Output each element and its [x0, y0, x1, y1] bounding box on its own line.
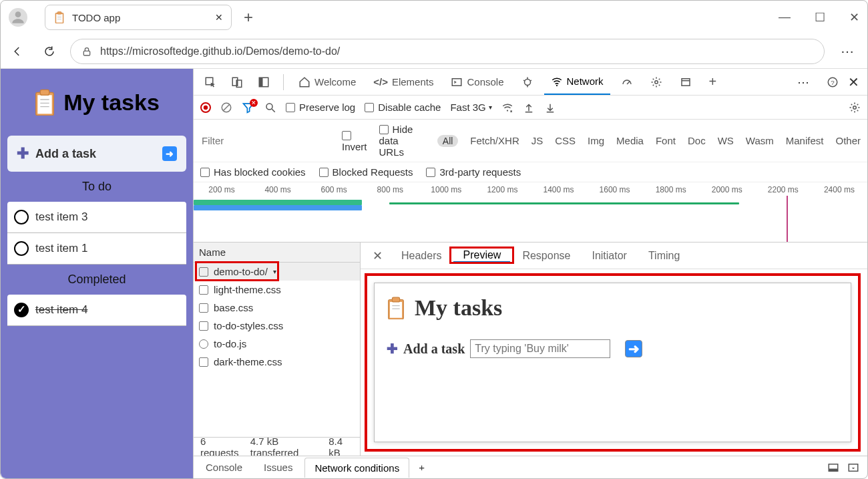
window-icon	[680, 76, 692, 88]
app-pane: My tasks ✚ Add a task ➜ To do test item …	[1, 69, 193, 478]
add-task-box[interactable]: ✚ Add a task ➜	[7, 136, 186, 172]
close-window-button[interactable]: ✕	[849, 10, 859, 25]
task-item-completed[interactable]: test item 4	[7, 295, 186, 326]
filter-type[interactable]: CSS	[555, 135, 576, 146]
dock-icon[interactable]	[252, 71, 275, 94]
drawer-tab-network-conditions[interactable]: Network conditions	[304, 458, 409, 478]
request-row[interactable]: light-theme.css	[194, 281, 360, 299]
gauge-icon	[621, 76, 633, 88]
tab-console[interactable]: Console	[444, 69, 510, 95]
preview-add-input[interactable]	[470, 339, 610, 358]
tab-sources[interactable]	[515, 69, 540, 95]
address-bar[interactable]: https://microsoftedge.github.io/Demos/de…	[70, 39, 825, 64]
tab-response[interactable]: Response	[513, 243, 580, 269]
settings-button[interactable]	[849, 102, 861, 114]
third-party-checkbox[interactable]: 3rd-party requests	[426, 166, 521, 178]
blocked-requests-checkbox[interactable]: Blocked Requests	[319, 166, 413, 178]
device-icon[interactable]	[226, 71, 248, 94]
tab-network[interactable]: Network	[544, 69, 610, 95]
tab-timing[interactable]: Timing	[639, 243, 689, 269]
filter-button[interactable]: ✕	[242, 102, 255, 114]
tab-add[interactable]: +	[702, 69, 724, 95]
new-tab-button[interactable]: +	[244, 8, 253, 27]
network-conditions-icon[interactable]	[501, 102, 513, 114]
filter-type[interactable]: WS	[718, 135, 734, 146]
drawer-tab-issues[interactable]: Issues	[254, 458, 302, 477]
tab-preview[interactable]: Preview	[453, 249, 510, 263]
plus-icon: +	[709, 74, 717, 90]
drawer-tabs: Console Issues Network conditions +	[194, 456, 867, 478]
maximize-button[interactable]: ☐	[815, 10, 825, 25]
filter-type[interactable]: Img	[588, 135, 604, 146]
app-header: My tasks	[7, 75, 186, 129]
svg-text:?: ?	[831, 78, 835, 86]
tab-application[interactable]	[644, 69, 669, 95]
column-header[interactable]: Name	[194, 243, 360, 263]
checkbox-icon[interactable]	[14, 210, 29, 224]
drawer-tab-console[interactable]: Console	[196, 458, 252, 477]
submit-icon[interactable]: ➜	[625, 340, 642, 357]
url-text: https://microsoftedge.github.io/Demos/de…	[100, 45, 340, 57]
filter-type[interactable]: Media	[616, 135, 644, 146]
task-item[interactable]: test item 3	[7, 202, 186, 233]
blocked-cookies-checkbox[interactable]: Has blocked cookies	[200, 166, 306, 178]
browser-tab-strip: TODO app ✕ + — ☐ ✕	[1, 1, 867, 34]
filter-type[interactable]: Font	[656, 135, 676, 146]
invert-checkbox[interactable]: Invert	[342, 130, 367, 152]
filter-type[interactable]: Manifest	[786, 135, 824, 146]
checkbox-checked-icon[interactable]	[14, 303, 29, 317]
inspect-icon[interactable]	[199, 71, 222, 94]
tab-performance[interactable]	[614, 69, 640, 95]
hide-data-urls-checkbox[interactable]: Hide data URLs	[379, 124, 425, 158]
section-completed: Completed	[7, 271, 186, 288]
download-har-icon[interactable]	[544, 102, 556, 114]
filter-type[interactable]: JS	[531, 135, 544, 146]
search-button[interactable]	[264, 102, 276, 114]
task-item[interactable]: test item 1	[7, 233, 186, 265]
request-row[interactable]: to-do.js	[194, 335, 360, 353]
browser-tab[interactable]: TODO app ✕	[45, 5, 232, 30]
tab-welcome[interactable]: Welcome	[292, 69, 363, 95]
tab-initiator[interactable]: Initiator	[582, 243, 636, 269]
tab-title: TODO app	[72, 12, 208, 23]
timeline-marker	[787, 196, 788, 242]
preserve-log-checkbox[interactable]: Preserve log	[286, 102, 355, 113]
refresh-button[interactable]	[38, 40, 61, 63]
submit-icon[interactable]: ➜	[162, 146, 177, 161]
back-button[interactable]	[6, 40, 29, 63]
tab-headers[interactable]: Headers	[392, 243, 451, 269]
drawer-icon[interactable]	[827, 462, 839, 474]
request-row[interactable]: demo-to-do/	[194, 263, 360, 281]
browser-menu-button[interactable]: ⋯	[834, 43, 862, 59]
close-tab-icon[interactable]: ✕	[215, 12, 223, 23]
clear-button[interactable]	[220, 102, 232, 114]
filter-all[interactable]: All	[437, 135, 459, 147]
request-row[interactable]: base.css	[194, 299, 360, 317]
request-row[interactable]: to-do-styles.css	[194, 317, 360, 335]
filter-type[interactable]: Fetch/XHR	[470, 135, 519, 146]
request-row[interactable]: dark-theme.css	[194, 353, 360, 371]
tab-elements[interactable]: </>Elements	[367, 69, 440, 95]
filter-input[interactable]	[200, 134, 330, 147]
upload-har-icon[interactable]	[523, 102, 535, 114]
document-icon	[199, 267, 208, 277]
filter-type[interactable]: Other	[835, 135, 861, 146]
help-button[interactable]: ?	[827, 76, 839, 88]
disable-cache-checkbox[interactable]: Disable cache	[365, 102, 441, 113]
record-button[interactable]	[200, 102, 211, 113]
minimize-button[interactable]: —	[779, 10, 791, 25]
svg-rect-41	[390, 302, 402, 318]
devtools-panel: Welcome </>Elements Console Network + ⋯ …	[193, 69, 867, 478]
devtools-menu-button[interactable]: ⋯	[791, 75, 817, 90]
drawer-add-tab[interactable]: +	[412, 462, 431, 473]
filter-type[interactable]: Doc	[688, 135, 706, 146]
close-details-button[interactable]: ✕	[366, 249, 389, 263]
timeline-overview[interactable]: 200 ms 400 ms 600 ms 800 ms 1000 ms 1200…	[194, 182, 867, 243]
drawer-expand-icon[interactable]	[847, 462, 859, 474]
tab-more[interactable]	[673, 69, 698, 95]
filter-type[interactable]: Wasm	[746, 135, 774, 146]
checkbox-icon[interactable]	[14, 241, 29, 256]
profile-avatar[interactable]	[9, 8, 27, 27]
throttle-select[interactable]: Fast 3G	[450, 102, 491, 113]
close-devtools-button[interactable]: ✕	[848, 74, 859, 90]
